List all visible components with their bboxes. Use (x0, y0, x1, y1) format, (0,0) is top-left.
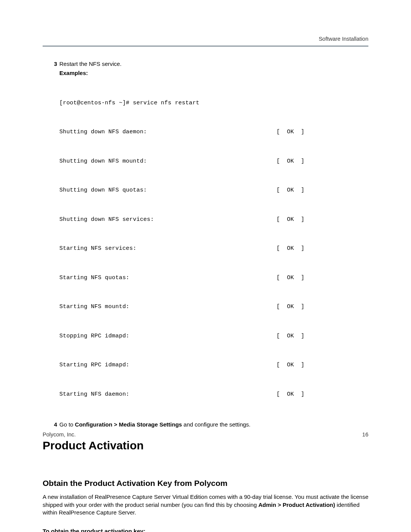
term-status: [ OK ] (276, 157, 304, 166)
procedure-title: To obtain the product activation key: (43, 528, 368, 532)
step-number: 4 (50, 421, 57, 428)
terminal-line: Shutting down NFS daemon:[ OK ] (59, 127, 304, 137)
term-label: Shutting down NFS quotas: (59, 185, 147, 195)
top-steps-continuation: 3 Restart the NFS service. Examples: [ro… (43, 60, 368, 428)
term-status: [ OK ] (276, 273, 304, 283)
term-status: [ OK ] (276, 302, 304, 312)
terminal-line: Starting NFS quotas:[ OK ] (59, 273, 304, 283)
step-3: 3 Restart the NFS service. Examples: [ro… (59, 60, 368, 419)
term-label: Stopping RPC idmapd: (59, 331, 129, 341)
terminal-line: Starting NFS mountd:[ OK ] (59, 302, 304, 312)
terminal-output: [root@centos-nfs ~]# service nfs restart… (59, 79, 368, 419)
term-label: Shutting down NFS daemon: (59, 127, 147, 137)
subsection-heading: Obtain the Product Activation Key from P… (43, 479, 368, 488)
page-header-section: Software Installation (43, 36, 368, 46)
term-label: Starting NFS services: (59, 244, 136, 254)
term-status: [ OK ] (276, 185, 304, 195)
term-status: [ OK ] (276, 331, 304, 341)
examples-label: Examples: (59, 69, 368, 77)
term-label: Starting RPC idmapd: (59, 360, 129, 370)
term-label: Shutting down NFS mountd: (59, 157, 147, 166)
step-text-pre: Go to (59, 421, 75, 428)
terminal-line: Shutting down NFS services:[ OK ] (59, 215, 304, 225)
terminal-line: Starting NFS daemon:[ OK ] (59, 390, 304, 399)
terminal-line: Starting RPC idmapd:[ OK ] (59, 360, 304, 370)
footer-page-number: 16 (362, 431, 368, 438)
terminal-line: Stopping RPC idmapd:[ OK ] (59, 331, 304, 341)
term-status: [ OK ] (276, 390, 304, 399)
footer-company: Polycom, Inc. (43, 431, 76, 438)
intro-paragraph: A new installation of RealPresence Captu… (43, 493, 368, 516)
term-label: Starting NFS quotas: (59, 273, 129, 283)
step-text-post: and configure the settings. (182, 421, 250, 428)
step-text-bold: Configuration > Media Storage Settings (75, 421, 182, 428)
term-label: Starting NFS daemon: (59, 390, 129, 399)
term-status: [ OK ] (276, 127, 304, 137)
terminal-command: [root@centos-nfs ~]# service nfs restart (59, 98, 368, 108)
terminal-line: Shutting down NFS mountd:[ OK ] (59, 157, 304, 166)
term-label: Starting NFS mountd: (59, 302, 129, 312)
term-label: Shutting down NFS services: (59, 215, 154, 225)
term-status: [ OK ] (276, 215, 304, 225)
terminal-line: Shutting down NFS quotas:[ OK ] (59, 185, 304, 195)
step-text: Restart the NFS service. (59, 61, 121, 67)
page-footer: Polycom, Inc. 16 (43, 431, 368, 438)
terminal-line: Starting NFS services:[ OK ] (59, 244, 304, 254)
step-number: 3 (50, 60, 57, 68)
term-status: [ OK ] (276, 244, 304, 254)
para-bold: Admin > Product Activation) (258, 502, 335, 508)
header-section-label: Software Installation (319, 36, 368, 42)
section-heading-product-activation: Product Activation (43, 439, 368, 452)
term-status: [ OK ] (276, 360, 304, 370)
step-4: 4 Go to Configuration > Media Storage Se… (59, 421, 368, 428)
